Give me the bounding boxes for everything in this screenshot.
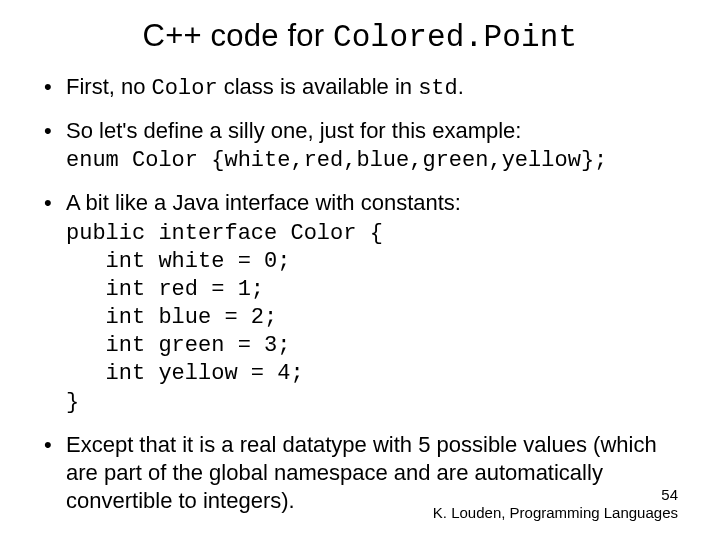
- b1-mono2: std: [418, 76, 458, 101]
- b2-code: enum Color {white,red,blue,green,yellow}…: [66, 147, 680, 175]
- b1-text2: class is available in: [218, 74, 419, 99]
- bullet-list: First, no Color class is available in st…: [40, 73, 680, 515]
- slide-footer: 54 K. Louden, Programming Languages: [433, 486, 678, 522]
- b1-text1: First, no: [66, 74, 152, 99]
- footer-credit: K. Louden, Programming Languages: [433, 504, 678, 522]
- b3-text: A bit like a Java interface with constan…: [66, 190, 461, 215]
- bullet-1: First, no Color class is available in st…: [40, 73, 680, 103]
- bullet-3: A bit like a Java interface with constan…: [40, 189, 680, 416]
- b1-mono1: Color: [152, 76, 218, 101]
- b3-code: public interface Color { int white = 0; …: [66, 220, 680, 417]
- slide-title: C++ code for Colored.Point: [40, 18, 680, 55]
- b2-text: So let's define a silly one, just for th…: [66, 118, 521, 143]
- slide: C++ code for Colored.Point First, no Col…: [0, 0, 720, 540]
- title-mono: Colored.Point: [333, 20, 577, 55]
- title-text: C++ code for: [143, 18, 333, 53]
- page-number: 54: [433, 486, 678, 504]
- bullet-2: So let's define a silly one, just for th…: [40, 117, 680, 175]
- b1-text3: .: [458, 74, 464, 99]
